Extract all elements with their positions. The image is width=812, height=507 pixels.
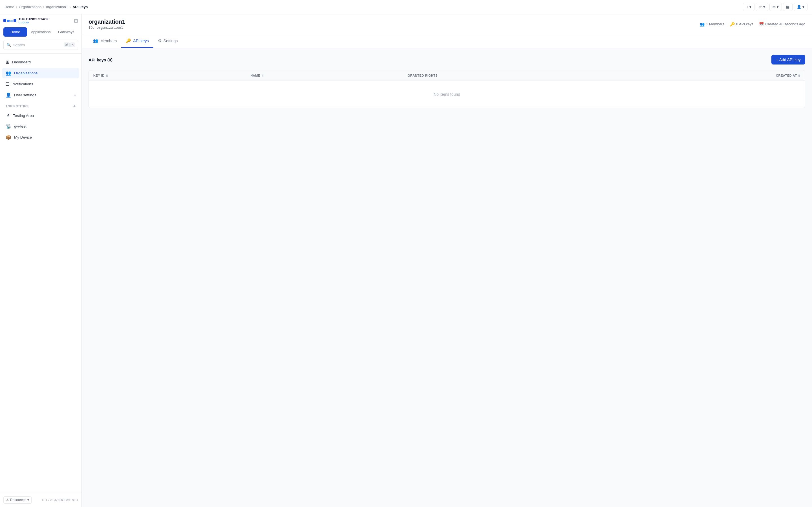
notifications-icon: ☰ xyxy=(6,81,10,87)
search-box[interactable]: 🔍 Search ⌘ K xyxy=(3,40,78,50)
search-kbd: ⌘ K xyxy=(64,43,75,47)
sidebar-item-my-device[interactable]: 📦 My Device xyxy=(2,132,79,143)
sidebar-top: THE THINGS STACK CLOUD ⊟ Home Applicatio… xyxy=(0,14,82,54)
members-count: 1 Members xyxy=(706,22,724,26)
sidebar-item-testing-area[interactable]: 🖥 Testing Area xyxy=(2,110,79,121)
col-granted-rights: GRANTED RIGHTS xyxy=(408,74,644,77)
sidebar-item-organizations[interactable]: 👥 Organizations xyxy=(2,68,79,78)
sidebar-item-label-notifications: Notifications xyxy=(12,82,33,86)
add-chevron: ▾ xyxy=(749,5,751,9)
add-entity-button[interactable]: + xyxy=(73,104,76,109)
logo-title: THE THINGS STACK xyxy=(18,17,49,21)
tab-api-keys[interactable]: 🔑 API keys xyxy=(121,34,153,48)
logo-block-1 xyxy=(3,19,6,22)
sidebar-item-user-settings[interactable]: 👤 User settings ▾ xyxy=(2,90,79,100)
tab-members[interactable]: 👥 Members xyxy=(89,34,121,48)
tab-home[interactable]: Home xyxy=(3,27,27,37)
user-button[interactable]: 👤 ▾ xyxy=(794,3,808,11)
expand-icon: ▾ xyxy=(74,93,76,97)
resources-icon: ⚠ xyxy=(6,498,9,502)
col-created-at[interactable]: CREATED AT ⇅ xyxy=(644,74,801,77)
entity-id: ID: organization1 xyxy=(89,25,125,30)
sidebar-item-label-organizations: Organizations xyxy=(14,71,38,75)
content-area: API keys (0) + Add API key KEY ID ⇅ NAME… xyxy=(82,48,812,115)
logo-block-4 xyxy=(13,19,16,22)
entity-header: organization1 ID: organization1 👥 1 Memb… xyxy=(82,14,812,34)
content-tabs: 👥 Members 🔑 API keys ⚙ Settings xyxy=(82,34,812,48)
header-actions: + ▾ ☆ ▾ ✉ ▾ ▦ 👤 ▾ xyxy=(743,3,808,11)
add-button[interactable]: + ▾ xyxy=(743,3,755,11)
breadcrumb-sep-1: › xyxy=(16,5,17,9)
user-icon: 👤 xyxy=(797,5,801,9)
logo-text-area: THE THINGS STACK CLOUD xyxy=(18,17,49,24)
sort-name-icon: ⇅ xyxy=(261,74,264,77)
logo-block-3 xyxy=(10,20,13,22)
breadcrumb-organizations[interactable]: Organizations xyxy=(19,5,42,9)
empty-message: No items found xyxy=(434,92,460,97)
sort-created-icon: ⇅ xyxy=(798,74,801,77)
entity-title: organization1 xyxy=(89,18,125,25)
sidebar-item-dashboard[interactable]: ⊞ Dashboard xyxy=(2,57,79,67)
resources-button[interactable]: ⚠ Resources ▾ xyxy=(3,496,32,504)
bell-icon: ✉ xyxy=(772,5,776,9)
sidebar-item-gw-test[interactable]: 📡 gw-test xyxy=(2,121,79,131)
members-tab-label: Members xyxy=(100,39,117,43)
col-name-label: NAME xyxy=(250,74,260,77)
col-key-id[interactable]: KEY ID ⇅ xyxy=(93,74,250,77)
col-name[interactable]: NAME ⇅ xyxy=(250,74,407,77)
search-placeholder: Search xyxy=(13,43,25,47)
breadcrumb-current: API keys xyxy=(72,5,88,9)
calendar-icon: 📅 xyxy=(759,22,764,26)
entity-meta: 👥 1 Members 🔑 0 API keys 📅 Created 40 se… xyxy=(700,22,805,26)
top-entities-section: Top entities + xyxy=(2,101,79,110)
col-created-at-label: CREATED AT xyxy=(776,74,797,77)
logo-subtitle: CLOUD xyxy=(18,21,29,24)
plus-icon: + xyxy=(746,5,748,9)
tab-settings[interactable]: ⚙ Settings xyxy=(153,34,183,48)
top-header: Home › Organizations › organization1 › A… xyxy=(0,0,812,14)
breadcrumb-org1[interactable]: organization1 xyxy=(46,5,68,9)
entity-title-area: organization1 ID: organization1 xyxy=(89,18,125,30)
cluster-button[interactable]: ▦ xyxy=(783,3,793,11)
tab-applications[interactable]: Applications xyxy=(28,27,53,37)
collapse-sidebar-button[interactable]: ⊟ xyxy=(74,18,78,24)
my-device-icon: 📦 xyxy=(6,135,11,140)
col-key-id-label: KEY ID xyxy=(93,74,105,77)
created-at: Created 40 seconds ago xyxy=(765,22,805,26)
sidebar-item-label-testing-area: Testing Area xyxy=(13,114,34,118)
kbd-cmd: ⌘ xyxy=(64,43,70,47)
sidebar: THE THINGS STACK CLOUD ⊟ Home Applicatio… xyxy=(0,14,82,507)
dashboard-icon: ⊞ xyxy=(6,59,9,65)
section-label-text: Top entities xyxy=(6,105,29,108)
sidebar-nav: ⊞ Dashboard 👥 Organizations ☰ Notificati… xyxy=(0,54,82,493)
notifications-button[interactable]: ✉ ▾ xyxy=(769,3,782,11)
kbd-k: K xyxy=(70,43,75,47)
sidebar-item-label-user-settings: User settings xyxy=(14,93,36,97)
add-api-key-button[interactable]: + Add API key xyxy=(771,55,805,64)
logo-block-2 xyxy=(7,20,10,22)
meta-api-keys: 🔑 0 API keys xyxy=(730,22,753,26)
members-icon: 👥 xyxy=(700,22,705,26)
resources-chevron: ▾ xyxy=(28,498,29,502)
col-granted-rights-label: GRANTED RIGHTS xyxy=(408,74,438,77)
cluster-icon: ▦ xyxy=(786,5,790,9)
nav-tabs: Home Applications Gateways xyxy=(3,27,78,37)
sidebar-item-label-gw-test: gw-test xyxy=(14,124,27,128)
settings-tab-label: Settings xyxy=(163,39,178,43)
sidebar-item-notifications[interactable]: ☰ Notifications xyxy=(2,79,79,89)
tab-gateways[interactable]: Gateways xyxy=(54,27,78,37)
star-button[interactable]: ☆ ▾ xyxy=(756,3,768,11)
breadcrumb-home[interactable]: Home xyxy=(4,5,14,9)
settings-tab-icon: ⚙ xyxy=(158,38,161,43)
user-chevron: ▾ xyxy=(802,5,804,9)
testing-area-icon: 🖥 xyxy=(6,113,10,118)
sidebar-item-label-my-device: My Device xyxy=(14,135,32,139)
members-tab-icon: 👥 xyxy=(93,38,98,43)
version-text: eu1 • v3.32.0.b96e907c31 xyxy=(42,498,78,502)
breadcrumb-sep-3: › xyxy=(70,5,71,9)
api-key-icon: 🔑 xyxy=(730,22,735,26)
meta-members: 👥 1 Members xyxy=(700,22,724,26)
logo: THE THINGS STACK CLOUD xyxy=(3,17,49,24)
main-layout: THE THINGS STACK CLOUD ⊟ Home Applicatio… xyxy=(0,14,812,507)
logo-blocks-icon xyxy=(3,19,16,22)
